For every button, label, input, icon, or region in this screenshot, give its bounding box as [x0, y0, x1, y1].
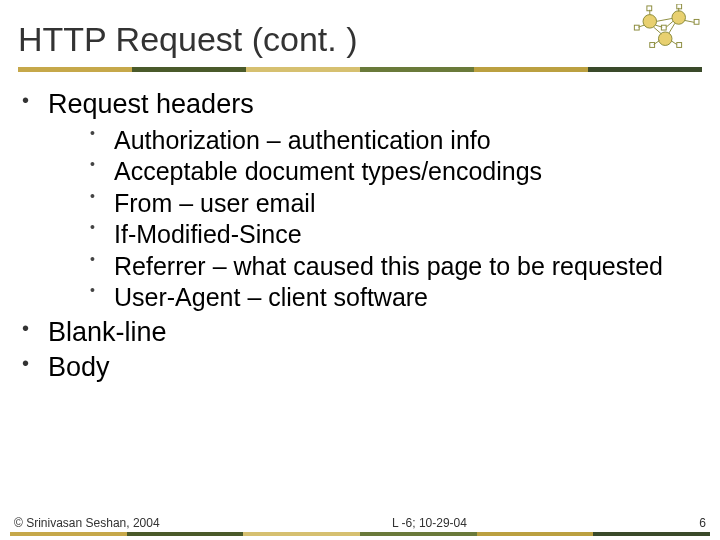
slide-footer: © Srinivasan Seshan, 2004 L -6; 10-29-04…	[0, 516, 720, 536]
list-item: From – user email	[86, 188, 712, 220]
svg-rect-7	[694, 19, 699, 24]
svg-line-14	[685, 20, 695, 22]
list-item: Authorization – authentication info	[86, 125, 712, 157]
footer-lecture-info: L -6; 10-29-04	[392, 516, 467, 530]
svg-rect-5	[661, 25, 666, 30]
list-item: Referrer – what caused this page to be r…	[86, 251, 712, 283]
list-item: Blank-line	[8, 316, 712, 349]
slide-title: HTTP Request (cont. )	[18, 20, 702, 59]
svg-rect-4	[634, 25, 639, 30]
svg-line-17	[671, 41, 677, 45]
svg-rect-8	[650, 43, 655, 48]
svg-line-15	[666, 21, 673, 27]
footer-copyright: © Srinivasan Seshan, 2004	[14, 516, 160, 530]
svg-line-20	[669, 23, 675, 33]
svg-rect-9	[677, 43, 682, 48]
list-item: Request headers Authorization – authenti…	[8, 88, 712, 314]
slide-body: Request headers Authorization – authenti…	[0, 80, 720, 384]
svg-line-18	[657, 18, 672, 21]
list-item: Acceptable document types/encodings	[86, 156, 712, 188]
svg-point-2	[658, 32, 672, 46]
title-underline	[18, 67, 702, 72]
list-item: If-Modified-Since	[86, 219, 712, 251]
list-item: Body	[8, 351, 712, 384]
footer-underline	[10, 532, 710, 536]
decorative-network-icon	[632, 4, 710, 58]
footer-page-number: 6	[699, 516, 706, 530]
list-item-label: Request headers	[48, 89, 254, 119]
svg-point-1	[672, 11, 686, 25]
list-item: User-Agent – client software	[86, 282, 712, 314]
svg-line-19	[654, 27, 662, 34]
svg-point-0	[643, 15, 657, 29]
